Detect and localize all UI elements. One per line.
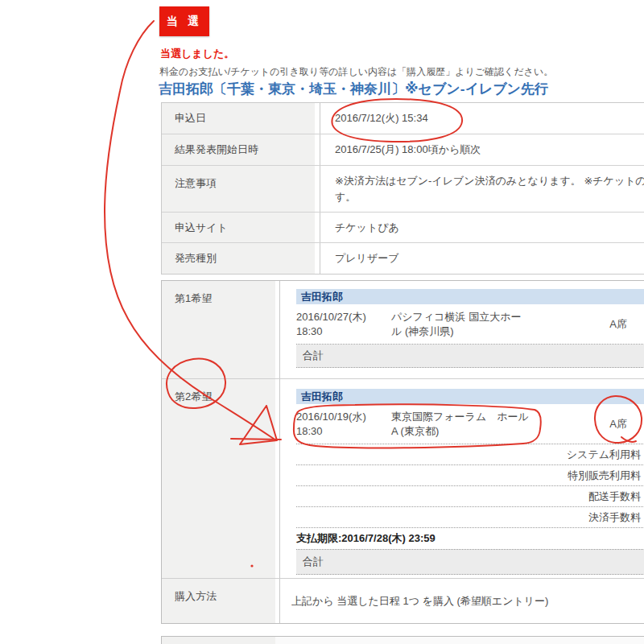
win-message: 当選しました。 — [160, 47, 234, 61]
seat-class: A席 — [609, 317, 627, 332]
total-row: 合計 — [296, 549, 644, 575]
application-date-value: 2016/7/12(火) 15:34 — [335, 110, 644, 126]
seat-class: A席 — [609, 417, 627, 431]
row-label: 結果発表開始日時 — [162, 134, 320, 165]
row-label: 申込サイト — [162, 213, 320, 242]
row-label: 注意事項 — [162, 166, 320, 212]
performance-row: 2016/10/27(木) 18:30 パシフィコ横浜 国立大ホー ル (神奈川… — [296, 310, 644, 339]
artist-header-bar: 吉田拓郎 — [296, 389, 644, 404]
first-choice-row: 第1希望 吉田拓郎 2016/10/27(木) 18:30 パシフィコ横浜 国立… — [162, 281, 644, 379]
row-label: 発売種別 — [162, 243, 320, 274]
performance-row: 2016/10/19(水) 18:30 東京国際フォーラム ホール A (東京都… — [296, 410, 644, 439]
payment-deadline: 支払期限:2016/7/28(木) 23:59 — [296, 528, 644, 549]
table-row: 発売種別 プレリザーブ — [162, 243, 644, 275]
event-title-link[interactable]: 吉田拓郎〔千葉・東京・埼玉・神奈川〕※セブン-イレブン先行 — [159, 80, 548, 98]
second-choice-row: 第2希望 吉田拓郎 2016/10/19(水) 18:30 東京国際フォーラム … — [162, 379, 644, 579]
sale-type-value: プレリザーブ — [335, 250, 644, 266]
application-info-table: 申込日 2016/7/12(火) 15:34 結果発表開始日時 2016/7/2… — [161, 102, 644, 275]
next-section-sliver — [161, 636, 644, 644]
fee-system: システム利用料 — [296, 444, 644, 465]
performance-date: 2016/10/19(水) — [296, 410, 391, 424]
purchase-method-value: 上記から 当選した日程 1つ を購入 (希望順エントリー) — [291, 594, 548, 609]
fee-settlement: 決済手数料 — [296, 507, 644, 528]
venue-line1: パシフィコ横浜 国立大ホー — [391, 310, 535, 324]
row-label: 申込日 — [162, 103, 320, 134]
table-row: 注意事項 ※決済方法はセブン-イレブン決済のみとなります。 ※チケットのお引き … — [162, 166, 644, 213]
performance-date: 2016/10/27(木) — [296, 310, 391, 324]
fee-delivery: 配送手数料 — [296, 486, 644, 507]
artist-header-bar: 吉田拓郎 — [296, 289, 644, 304]
win-status-badge: 当 選 — [159, 6, 209, 36]
venue-line2: ル (神奈川県) — [391, 324, 535, 339]
performance-time: 18:30 — [296, 424, 391, 439]
payment-notice-text: 料金のお支払い/チケットの引き取り等の詳しい内容は「購入履歴」よりご確認ください… — [159, 65, 553, 79]
performance-time: 18:30 — [296, 324, 391, 339]
purchase-method-label: 購入方法 — [162, 579, 280, 623]
purchase-method-row: 購入方法 上記から 当選した日程 1つ を購入 (希望順エントリー) — [162, 579, 644, 623]
venue-line1: 東京国際フォーラム ホール — [391, 410, 535, 424]
caution-line1: ※決済方法はセブン-イレブン決済のみとなります。 ※チケットのお引き — [335, 173, 644, 189]
table-row: 申込サイト チケットぴあ — [162, 213, 644, 243]
second-choice-label: 第2希望 — [162, 379, 280, 578]
fee-special-sale: 特別販売利用料 — [296, 465, 644, 486]
venue-line2: A (東京都) — [391, 424, 535, 439]
total-row: 合計 — [296, 345, 644, 368]
choices-table: 第1希望 吉田拓郎 2016/10/27(木) 18:30 パシフィコ横浜 国立… — [161, 280, 644, 624]
table-row: 申込日 2016/7/12(火) 15:34 — [162, 103, 644, 134]
table-row: 結果発表開始日時 2016/7/25(月) 18:00頃から順次 — [162, 134, 644, 166]
application-site-value: チケットぴあ — [335, 220, 644, 236]
first-choice-label: 第1希望 — [162, 281, 280, 378]
result-announce-value: 2016/7/25(月) 18:00頃から順次 — [335, 142, 644, 158]
caution-line2: す。 — [335, 189, 644, 205]
